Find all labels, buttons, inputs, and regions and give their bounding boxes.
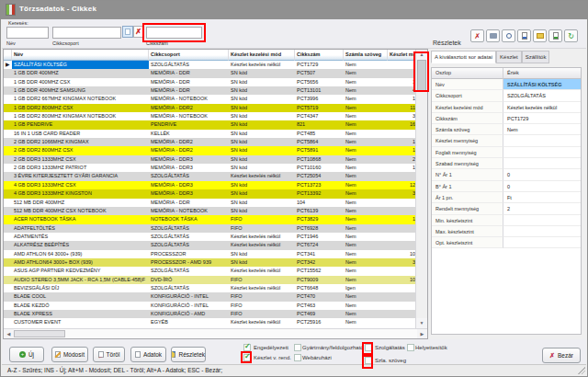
scroll-down-arrow[interactable]: ▼ [416,318,427,328]
cell-mode: SN kód [229,95,295,103]
checkbox-label: Helyettesítők [415,345,447,350]
grid-row-16[interactable]: 512 MB DDR 400MHZMEMÓRIA - DDRSN kód104N… [4,199,417,207]
details-tab-0[interactable]: A kiválasztott sor adatai [431,51,496,63]
grid-row-3[interactable]: 1 GB DDR 400MHZ SAMSUNGMEMÓRIA - DDRSN k… [4,86,417,95]
cell-qty: 11 [388,104,417,112]
cell-invoice: Nem [344,292,388,301]
grid-row-23[interactable]: AMD ATHLON64 3000+ BOX (939)PROCESSZOR -… [4,258,417,267]
grid-row-11[interactable]: 2 GB DDR3 1333MHZ CSXMEMÓRIA - DDR3SN kó… [4,155,417,164]
cell-group: SZOLGÁLTATÁS [149,61,229,69]
horizontal-scroll-thumb[interactable] [14,330,65,337]
details-row-5[interactable]: Készlet mennyiség [432,135,581,146]
cell-qty [388,199,417,207]
details-row-3[interactable]: CikkszámPCT1729 [432,113,581,124]
cell-code: PCT469 [295,310,344,318]
checkbox-label: Gyártmány/feldolgozható [302,345,364,350]
column-header-3[interactable]: Cikkszám [295,50,344,61]
details-tab-1[interactable]: Készlet [496,51,522,63]
cell-code: PCT470 [295,292,344,301]
delete-button[interactable]: ←Töröl [93,347,125,362]
cell-invoice: Nem [344,224,388,233]
scroll-right-arrow[interactable]: ▶ [417,329,427,338]
details-row-11[interactable]: Rendelt mennyiség2 [432,203,581,214]
grid-row-27[interactable]: BLADE COOLKONFIGURÁCIÓ - INTELFIFOPCT470… [4,292,417,301]
data-button[interactable]: Adatok [130,347,166,362]
open-icon [537,33,544,39]
details-row-2[interactable]: Készlet kezelési módKészlet kezelés nélk… [432,102,581,113]
checkbox-helyettes-t-k[interactable] [407,344,414,351]
checkbox-enged-lyezett[interactable]: ✓ [243,344,251,351]
grid-row-28[interactable]: BLADE KEZDŐKONFIGURÁCIÓ - INTELFIFOPCT46… [4,302,417,310]
grid-row-13[interactable]: 3 ÉVRE KITERJESZTETT GYÁRI GARANCIASZOLG… [4,172,417,180]
grid-row-20[interactable]: ADATMENTÉSSZOLGÁLTATÁSKészlet kezelés né… [4,233,417,241]
cell-qty [388,172,417,180]
column-header-0[interactable]: Név [12,50,149,61]
cell-code: PCT4347 [295,112,344,120]
resize-grip[interactable] [578,367,585,374]
grid-row-30[interactable]: CUSTOMER EVENTEGYÉBKészlet kezelés nélkü… [4,318,417,326]
row-indicator [4,267,12,275]
modify-button[interactable]: Módosít [51,347,88,362]
grid-row-21[interactable]: ALKATRÉSZ BEÉPÍTÉSSZOLGÁLTATÁSKészlet ke… [4,241,417,249]
horizontal-scrollbar[interactable]: ◀ ▶ [4,328,427,338]
grid-row-24[interactable]: ASUS AGP PARTNER KEDVEZMÉNYSZOLGÁLTATÁSK… [4,267,417,275]
grid-row-12[interactable]: 2 GB DDR3 1333MHZ PATRIOTMEMÓRIA - DDR3S… [4,164,417,172]
grid-row-9[interactable]: 2 GB DDR2 1066MHZ KINGMAXMEMÓRIA - DDR2S… [4,138,417,146]
details-row-12[interactable]: Min. készletszint [432,215,581,226]
details-row-8[interactable]: N° Ár 10 [432,169,581,180]
grid-row-29[interactable]: BLADE XPRESSKONFIGURÁCIÓ - AMDFIFOPCT469… [4,310,417,318]
details-row-7[interactable]: Szabad mennyiség [432,158,581,169]
grid-row-5[interactable]: 1 GB DDR2 800MHZ CSXMEMÓRIA - DDR2SN kód… [4,104,417,112]
cell-qty: 3 [388,258,417,267]
cell-name: 1 GB PENDRIVE [12,120,149,129]
details-value: SZOLGÁLTATÁS [503,90,581,101]
details-button[interactable]: Részletek [171,347,206,362]
details-tab-2[interactable]: Szállítók [522,51,550,63]
details-row-1[interactable]: CikkcsoportSZOLGÁLTATÁS [432,90,581,101]
cell-name: BLADE XPRESS [12,310,149,318]
grid-row-17[interactable]: 512 MB DDR 400MHZ CSX NOTEBOOKMEMÓRIA - … [4,207,417,215]
grid-row-7[interactable]: 1 GB PENDRIVEPENDRIVESN kód821Nem16 [4,120,417,129]
cell-code: PCT5891 [295,146,344,154]
grid-row-10[interactable]: 2 GB DDR2 800MHZ CSXMEMÓRIA - DDR2SN kód… [4,146,417,154]
grid-row-1[interactable]: 1 GB DDR 400MHZMEMÓRIA - DDRSN kódPCT507… [4,69,417,77]
details-row-0[interactable]: NévSZÁLLÍTÁSI KÖLTSÉG [432,79,581,90]
checkbox-web-ruh-zi[interactable] [294,354,301,361]
grid-row-26[interactable]: BEVIZSGÁLÁSI DÍJSZOLGÁLTATÁSKészlet keze… [4,284,417,292]
column-header-2[interactable]: Készlet kezelési mód [229,50,295,61]
grid-row-0[interactable]: ▶SZÁLLÍTÁSI KÖLTSÉGSZOLGÁLTATÁSKészlet k… [4,61,417,69]
grid-row-19[interactable]: ADATFELTÖLTÉSSZOLGÁLTATÁSFIFOPCT6928Nem [4,224,417,233]
details-row-6[interactable]: Foglalt mennyiség [432,147,581,158]
cell-invoice: Nem [344,164,388,172]
grid-row-15[interactable]: 4 GB DDR3 1333MHZ KINGSTONMEMÓRIA - DDR3… [4,189,417,198]
column-header-4[interactable]: Számla szöveg [344,50,388,61]
cell-mode: Készlet kezelés nélkül [229,267,295,275]
grid-row-22[interactable]: AMD ATHLON 64 3000+ (939)PROCESSZORSN kó… [4,250,417,258]
cell-code: 821 [295,120,344,129]
grid-row-18[interactable]: ACER NOTEBOOK TÁSKANOTEBOOK TÁSKAFIFOPCT… [4,215,417,223]
new-button[interactable]: +Új [9,347,44,362]
edit-icon [55,351,61,358]
checkbox-gy-rtm-ny-feldolgozhat-[interactable] [294,344,301,351]
details-label: Opt. készletszint [432,237,503,248]
grid-row-4[interactable]: 1 GB DDR2 667MHZ KINGMAX NOTEBOOKMEMÓRIA… [4,95,417,103]
details-row-4[interactable]: Számla szövegNem [432,124,581,135]
grid-row-25[interactable]: AUDIO STEREO 3,5MM JACK - RCA 1,5M (CABL… [4,276,417,284]
checkbox-label: Szla. szöveg [375,358,406,363]
search-group-input[interactable] [52,27,121,39]
grid-row-2[interactable]: 1 GB DDR 400MHZ CSXMEMÓRIA - DDRSN kódPC… [4,78,417,86]
grid-row-14[interactable]: 4 GB DDR3 1333MHZ CSXMEMÓRIA - DDR3SN kó… [4,181,417,189]
details-row-10[interactable]: Ár 1 pn.Ft [432,192,581,203]
grid-row-8[interactable]: 16 IN 1 USB CARD READERKELLÉKSN kódPCT48… [4,130,417,138]
column-header-1[interactable]: Cikkcsoport [149,50,229,61]
details-row-13[interactable]: Max. készletszint [432,226,581,237]
row-indicator [4,241,12,249]
details-row-9[interactable]: B° Ár 10 [432,181,581,192]
scroll-left-arrow[interactable]: ◀ [4,329,14,338]
search-caption: Keresés: [8,20,28,26]
grid-row-6[interactable]: 1 GB DDR2 800MHZ KINGMAX NOTEBOOKMEMÓRIA… [4,112,417,120]
search-name-input[interactable] [6,27,49,39]
details-row-14[interactable]: Opt. készletszint [432,237,581,248]
group-dropdown-button[interactable] [122,26,133,38]
close-button[interactable]: ✗Bezár [542,348,581,363]
